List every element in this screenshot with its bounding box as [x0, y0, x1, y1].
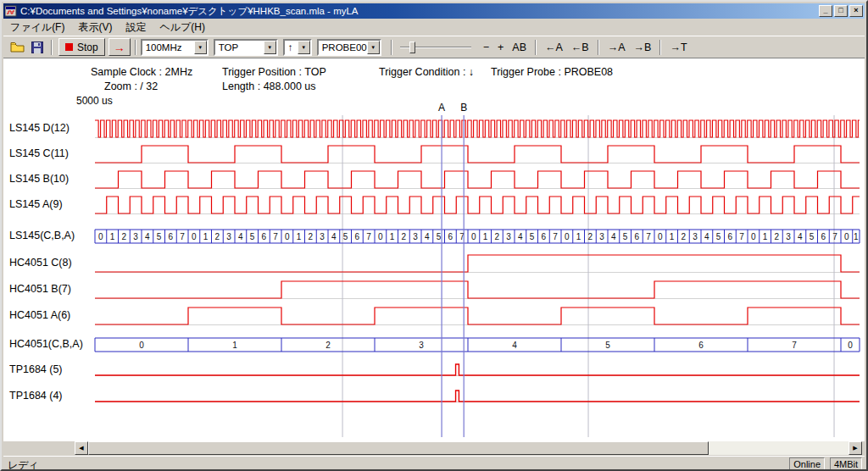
goto-cursor-b-left-button[interactable]: ←B [568, 41, 593, 54]
run-arrow-icon: → [114, 41, 125, 54]
bus-value: 1 [763, 232, 768, 241]
channel-label: LS145 B(10) [9, 173, 69, 186]
bus-value: 2 [215, 232, 220, 241]
zoom-slider[interactable] [400, 39, 471, 56]
run-button[interactable]: → [108, 38, 131, 56]
stop-label: Stop [77, 42, 98, 53]
close-button[interactable]: × [849, 5, 863, 17]
bus-value: 5 [343, 232, 348, 241]
bus-value: 3 [413, 232, 418, 241]
bus-value: 3 [133, 232, 138, 241]
bus-value: 0 [192, 232, 197, 241]
floppy-icon [31, 42, 43, 53]
zoom-out-button[interactable]: − [480, 41, 492, 54]
title-bar[interactable]: C:¥Documents and Settings¥noname¥デスクトップ¥… [3, 3, 865, 19]
bus-value: 6 [448, 232, 453, 241]
bus-value: 6 [698, 341, 704, 350]
bus-value: 3 [599, 232, 604, 241]
bus-value: 2 [309, 232, 314, 241]
bus-value: 4 [145, 232, 150, 241]
zoom-ab-button[interactable]: AB [509, 41, 530, 54]
menu-item-2[interactable]: 設定 [119, 19, 153, 36]
bus-value: 0 [378, 232, 383, 241]
bus-value: 1 [110, 232, 115, 241]
digital-wave [95, 146, 860, 163]
channel-label: LS145 D(12) [9, 122, 70, 136]
app-window: C:¥Documents and Settings¥noname¥デスクトップ¥… [0, 0, 868, 471]
menu-item-3[interactable]: ヘルプ(H) [153, 19, 212, 36]
save-file-button[interactable] [27, 38, 47, 56]
open-file-button[interactable] [8, 38, 27, 56]
bus-value: 6 [355, 232, 360, 241]
chevron-down-icon[interactable]: ▼ [367, 41, 380, 54]
minimize-button[interactable]: _ [819, 5, 832, 17]
channel-label: LS145 A(9) [9, 198, 63, 212]
menu-item-1[interactable]: 表示(V) [71, 19, 119, 36]
menu-item-0[interactable]: ファイル(F) [3, 19, 71, 36]
horizontal-scrollbar[interactable]: ◀ ▶ [75, 441, 862, 455]
goto-cursor-a-left-button[interactable]: ←A [542, 41, 566, 54]
bus-value: 5 [623, 232, 628, 241]
pulse-wave [95, 364, 860, 375]
bus-value: 0 [848, 341, 853, 350]
menu-bar: ファイル(F)表示(V)設定ヘルプ(H) [3, 19, 865, 36]
bus-value: 4 [611, 232, 616, 241]
zoom-slider-thumb[interactable] [409, 42, 415, 53]
toolbar-separator [659, 40, 661, 55]
bus-value: 6 [262, 232, 267, 241]
channel-label: HC4051 C(8) [9, 257, 72, 270]
bus-value: 4 [798, 232, 803, 241]
bus-value: 1 [232, 341, 237, 350]
channel-label: LS145 C(11) [9, 147, 69, 161]
goto-cursor-b-right-button[interactable]: →B [631, 41, 655, 54]
bus-value: 3 [419, 341, 424, 350]
zoom-in-button[interactable]: + [494, 41, 507, 54]
chevron-down-icon[interactable]: ▼ [264, 41, 276, 54]
toolbar: Stop → 100MHz ▼ TOP ▼ ↑ ▼ PROBE00 ▼ − + … [3, 36, 865, 58]
toolbar-separator [391, 40, 392, 55]
trigger-position-combo[interactable]: TOP ▼ [214, 39, 278, 56]
waveform-plot[interactable]: 0123456701234567012345670123456701234567… [92, 102, 860, 441]
goto-trigger-button[interactable]: →T [666, 41, 690, 54]
scroll-right-button[interactable]: ▶ [849, 441, 862, 455]
chevron-down-icon[interactable]: ▼ [298, 41, 310, 54]
pulse-wave [95, 391, 860, 402]
trigger-edge-combo[interactable]: ↑ ▼ [283, 39, 312, 56]
folder-open-icon [10, 42, 25, 53]
scrollbar-thumb[interactable] [88, 441, 709, 455]
trigger-probe-text: Trigger Probe : PROBE08 [491, 66, 613, 78]
trigger-probe-combo[interactable]: PROBE00 ▼ [317, 39, 381, 56]
zoom-text: Zoom : / 32 [104, 80, 158, 92]
maximize-button[interactable]: □ [834, 5, 848, 17]
toolbar-separator [535, 40, 537, 55]
bus-value: 0 [844, 232, 849, 241]
app-icon [5, 5, 17, 17]
bus-value: 3 [320, 232, 325, 241]
status-memory-badge: 4MBit [830, 457, 862, 470]
bus-value: 1 [854, 232, 859, 241]
cursor-label-b[interactable]: B [460, 102, 467, 114]
bus-value: 2 [495, 232, 500, 241]
channel-label: TP1684 (5) [9, 363, 63, 377]
bus-value: 5 [250, 232, 255, 241]
bus-value: 5 [810, 232, 815, 241]
bus-value: 7 [180, 232, 185, 241]
channel-label: HC4051 B(7) [9, 283, 71, 296]
bus-value: 2 [326, 341, 331, 350]
bus-value: 4 [238, 232, 243, 241]
length-text: Length : 488.000 us [222, 80, 316, 92]
cursor-label-a[interactable]: A [438, 102, 445, 114]
bus-value: 3 [786, 232, 791, 241]
stop-button[interactable]: Stop [58, 38, 105, 56]
goto-cursor-a-right-button[interactable]: →A [604, 41, 629, 54]
sample-rate-combo[interactable]: 100MHz ▼ [141, 39, 209, 56]
chevron-down-icon[interactable]: ▼ [194, 41, 207, 54]
trigger-edge-value: ↑ [288, 42, 293, 53]
bus-value: 4 [518, 232, 523, 241]
digital-wave [95, 308, 860, 324]
scroll-left-button[interactable]: ◀ [75, 441, 88, 455]
toolbar-separator [51, 40, 53, 55]
bus-value: 7 [273, 232, 278, 241]
scroll-strip: ◀ ▶ [3, 441, 865, 456]
bus-value: 4 [331, 232, 337, 241]
